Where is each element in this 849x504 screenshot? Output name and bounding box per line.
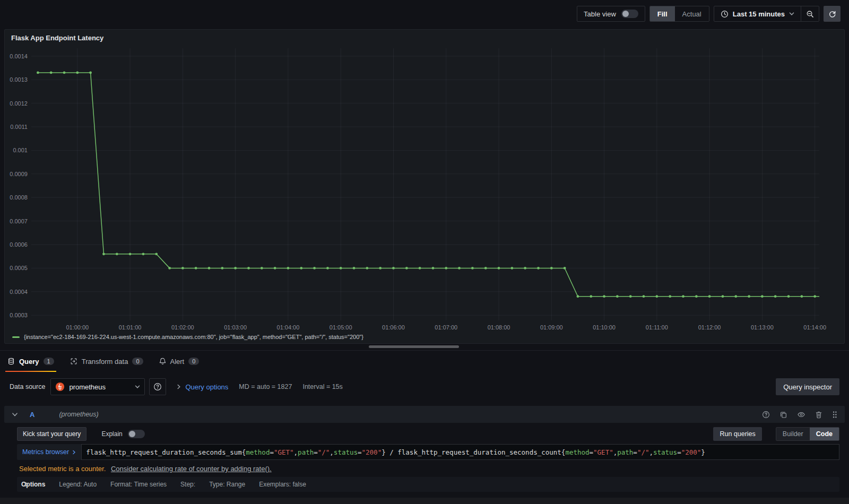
- explain-label: Explain: [101, 430, 122, 438]
- svg-text:01:10:00: 01:10:00: [593, 324, 616, 331]
- fill-option[interactable]: Fill: [650, 6, 675, 21]
- svg-text:01:02:00: 01:02:00: [171, 324, 194, 331]
- eye-icon[interactable]: [797, 411, 805, 419]
- editor-tabs-bar: Query 1 Transform data 0 Alert 0: [0, 350, 849, 372]
- tab-query[interactable]: Query 1: [7, 351, 54, 372]
- chevron-down-icon: [789, 12, 794, 16]
- query-toolbar: Kick start your query Explain Run querie…: [17, 427, 839, 441]
- tab-transform-data[interactable]: Transform data 0: [70, 351, 143, 372]
- tab-query-count: 1: [44, 358, 54, 365]
- help-icon: [153, 383, 162, 391]
- latency-chart-canvas[interactable]: 0.00030.00040.00050.00060.00070.00080.00…: [5, 30, 844, 343]
- query-options-toggle[interactable]: Query options: [177, 383, 228, 391]
- prometheus-icon: [55, 382, 65, 392]
- svg-text:0.0004: 0.0004: [10, 289, 28, 295]
- promql-query-input[interactable]: flask_http_request_duration_seconds_sum{…: [81, 444, 839, 460]
- tab-transform-label: Transform data: [82, 358, 128, 366]
- warning-text: Selected metric is a counter.: [19, 465, 106, 473]
- warning-rate-link[interactable]: Consider calculating rate of counter by …: [111, 465, 272, 473]
- zoom-out-button[interactable]: [801, 6, 819, 21]
- horizontal-scrollbar-thumb[interactable]: [369, 345, 459, 348]
- svg-text:0.001: 0.001: [13, 147, 27, 153]
- database-icon: [7, 358, 15, 365]
- active-tab-underline: [5, 371, 56, 372]
- datasource-help-button[interactable]: [149, 378, 166, 395]
- legend-series-label: {instance="ec2-184-169-216-224.us-west-1…: [24, 334, 363, 340]
- chevron-right-icon: [177, 384, 181, 389]
- legend-series-marker: [12, 336, 20, 338]
- query-row-actions: [762, 411, 837, 419]
- svg-text:01:06:00: 01:06:00: [382, 324, 405, 331]
- svg-text:0.0012: 0.0012: [10, 100, 28, 107]
- code-option[interactable]: Code: [810, 428, 839, 440]
- tab-transform-count: 0: [132, 358, 143, 365]
- counter-warning: Selected metric is a counter. Consider c…: [17, 465, 839, 473]
- query-datasource-hint: (prometheus): [59, 411, 98, 418]
- svg-text:01:04:00: 01:04:00: [277, 324, 300, 331]
- explain-group: Explain: [101, 430, 144, 438]
- bottom-scrollbar-track[interactable]: [0, 498, 849, 504]
- query-row-header[interactable]: A (prometheus): [4, 406, 845, 423]
- svg-text:01:08:00: 01:08:00: [488, 324, 510, 331]
- explain-toggle[interactable]: [128, 430, 145, 438]
- chevron-down-icon: [135, 385, 140, 389]
- tab-alert[interactable]: Alert 0: [159, 351, 200, 372]
- run-queries-button[interactable]: Run queries: [713, 427, 761, 441]
- svg-text:01:05:00: 01:05:00: [330, 324, 352, 331]
- query-options-summary: Options Legend: Auto Format: Time series…: [17, 477, 839, 492]
- bell-icon: [159, 358, 166, 365]
- collapse-chevron-icon[interactable]: [12, 412, 18, 417]
- datasource-row: Data source prometheus Query options MD …: [4, 376, 845, 397]
- svg-text:0.0005: 0.0005: [10, 265, 28, 271]
- panel-edit-toolbar: Table view Fill Actual Last 15 minutes: [0, 0, 849, 28]
- kick-start-query-button[interactable]: Kick start your query: [17, 427, 86, 441]
- table-view-label: Table view: [584, 10, 616, 18]
- chevron-right-icon: [72, 450, 76, 455]
- horizontal-scrollbar-track: [0, 344, 849, 350]
- options-step: Step:: [180, 481, 195, 488]
- refresh-icon: [828, 10, 836, 18]
- svg-text:0.0007: 0.0007: [10, 218, 28, 224]
- chart-legend-item[interactable]: {instance="ec2-184-169-216-224.us-west-1…: [12, 334, 363, 340]
- builder-code-switch: Builder Code: [776, 427, 839, 441]
- time-range-label: Last 15 minutes: [733, 10, 785, 18]
- table-view-group: Table view: [577, 6, 645, 22]
- svg-text:0.0009: 0.0009: [10, 171, 28, 177]
- query-editor-row: A (prometheus): [4, 406, 845, 492]
- tab-alert-label: Alert: [170, 358, 185, 366]
- svg-text:01:12:00: 01:12:00: [698, 324, 721, 331]
- fill-actual-switch: Fill Actual: [649, 6, 709, 22]
- svg-text:01:00:00: 01:00:00: [66, 324, 89, 331]
- time-range-picker[interactable]: Last 15 minutes: [714, 6, 801, 21]
- trash-icon[interactable]: [815, 411, 822, 419]
- svg-text:0.0003: 0.0003: [10, 312, 28, 318]
- svg-text:01:14:00: 01:14:00: [803, 324, 826, 331]
- query-inspector-button[interactable]: Query inspector: [776, 378, 839, 395]
- help-icon[interactable]: [762, 411, 770, 419]
- svg-text:01:01:00: 01:01:00: [119, 324, 142, 331]
- datasource-value: prometheus: [69, 383, 131, 391]
- svg-text:0.0008: 0.0008: [10, 194, 28, 201]
- options-expand[interactable]: Options: [24, 481, 45, 488]
- svg-text:0.0006: 0.0006: [10, 241, 28, 248]
- transform-icon: [70, 358, 77, 365]
- copy-icon[interactable]: [779, 411, 787, 419]
- table-view-toggle[interactable]: [621, 10, 638, 18]
- panel-title: Flask App Endpoint Latency: [11, 34, 103, 42]
- zoom-out-icon: [806, 10, 814, 18]
- time-picker-group: Last 15 minutes: [714, 6, 819, 22]
- options-legend: Legend: Auto: [59, 481, 97, 488]
- actual-option[interactable]: Actual: [675, 6, 709, 21]
- svg-text:0.0011: 0.0011: [10, 124, 28, 130]
- drag-handle-icon[interactable]: [832, 411, 837, 419]
- refresh-button[interactable]: [824, 6, 841, 22]
- query-editor-body: Kick start your query Explain Run querie…: [4, 423, 845, 492]
- svg-text:0.0014: 0.0014: [10, 53, 28, 59]
- promql-row: Metrics browser flask_http_request_durat…: [17, 444, 839, 460]
- builder-option[interactable]: Builder: [776, 428, 810, 440]
- metrics-browser-button[interactable]: Metrics browser: [17, 444, 81, 460]
- datasource-label: Data source: [10, 383, 45, 390]
- datasource-picker[interactable]: prometheus: [50, 378, 145, 395]
- svg-text:01:03:00: 01:03:00: [224, 324, 247, 331]
- tab-query-label: Query: [19, 358, 39, 366]
